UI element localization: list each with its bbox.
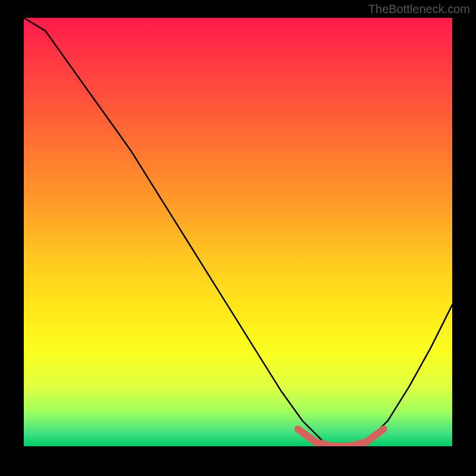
chart-svg [24, 18, 452, 446]
bottleneck-curve-line [24, 18, 452, 446]
watermark-text: TheBottleneck.com [368, 2, 470, 16]
highlight-segment-line [298, 429, 384, 446]
chart-plot-area [24, 18, 452, 446]
